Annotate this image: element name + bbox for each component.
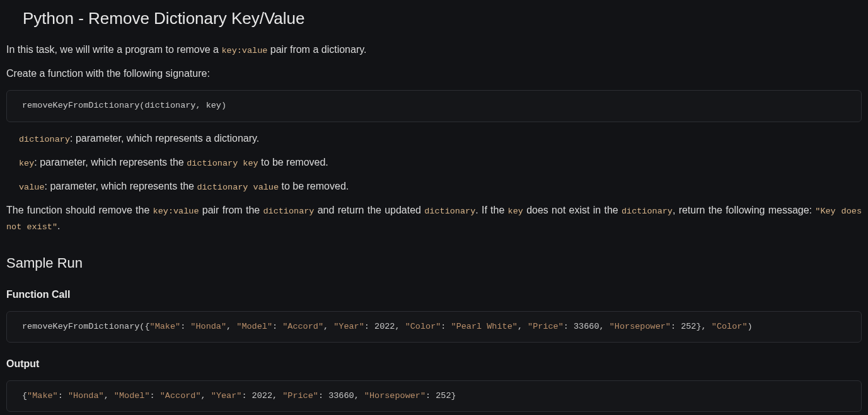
param-value-before: : parameter, which represents the — [45, 181, 197, 191]
behavior-t7: . — [57, 220, 60, 231]
function-call-heading: Function Call — [6, 287, 862, 302]
sep: , — [518, 322, 528, 331]
call-v2: "Accord" — [282, 322, 323, 331]
colon: : — [425, 391, 436, 401]
behavior-t3: and return the updated — [314, 205, 424, 215]
behavior-c1: key:value — [153, 207, 199, 216]
behavior-t1: The function should remove the — [6, 205, 153, 215]
behavior-c3: dictionary — [424, 207, 475, 216]
sep: , — [395, 322, 405, 331]
intro-paragraph: In this task, we will write a program to… — [6, 42, 862, 57]
sep: , — [599, 322, 610, 331]
param-name-dictionary: dictionary — [19, 135, 70, 144]
param-key-before: : parameter, which represents the — [34, 157, 187, 168]
colon: : — [441, 322, 451, 331]
out-k3: "Year" — [211, 391, 242, 401]
intro-code: key:value — [221, 46, 267, 55]
page-title: Python - Remove Dictionary Key/Value — [23, 6, 862, 31]
out-k1: "Make" — [27, 391, 58, 401]
out-open: { — [22, 391, 27, 401]
behavior-c5: dictionary — [622, 207, 673, 216]
call-k2: "Model" — [236, 322, 272, 331]
sample-run-heading: Sample Run — [6, 253, 862, 273]
out-v4: 33660 — [328, 391, 354, 401]
call-k4: "Color" — [405, 322, 441, 331]
colon: : — [241, 391, 252, 401]
colon: : — [150, 391, 160, 401]
call-v1: "Honda" — [190, 322, 226, 331]
param-value-code: dictionary value — [197, 183, 279, 192]
param-text-dictionary: : parameter, which represents a dictiona… — [70, 133, 259, 144]
function-call-codeblock: removeKeyFromDictionary({"Make": "Honda"… — [6, 311, 862, 343]
colon: : — [318, 391, 328, 401]
call-v5: 33660 — [574, 322, 599, 331]
out-k5: "Horsepower" — [364, 391, 425, 401]
param-key-after: to be removed. — [258, 157, 328, 168]
colon: : — [564, 322, 574, 331]
call-k3: "Year" — [333, 322, 364, 331]
colon: : — [671, 322, 681, 331]
output-codeblock: {"Make": "Honda", "Model": "Accord", "Ye… — [6, 380, 862, 412]
behavior-c2: dictionary — [263, 207, 314, 216]
call-k1: "Make" — [150, 322, 181, 331]
call-v3: 2022 — [374, 322, 395, 331]
output-heading: Output — [6, 356, 862, 372]
behavior-t4: . If the — [475, 205, 507, 215]
behavior-paragraph: The function should remove the key:value… — [6, 203, 862, 234]
param-dictionary: dictionary: parameter, which represents … — [19, 131, 862, 146]
signature-codeblock: removeKeyFromDictionary(dictionary, key) — [6, 90, 862, 122]
call-k6: "Horsepower" — [610, 322, 671, 331]
out-v2: "Accord" — [160, 391, 201, 401]
call-close: }, — [696, 322, 711, 331]
out-k2: "Model" — [114, 391, 150, 401]
intro-text-before: In this task, we will write a program to… — [6, 44, 221, 55]
out-v1: "Honda" — [68, 391, 104, 401]
param-name-key: key — [19, 159, 34, 168]
call-arg2: "Color" — [712, 322, 748, 331]
param-name-value: value — [19, 183, 45, 192]
call-v4: "Pearl White" — [451, 322, 518, 331]
param-value-after: to be removed. — [279, 181, 349, 191]
out-close: } — [451, 391, 456, 401]
sep: , — [201, 391, 211, 401]
colon: : — [58, 391, 68, 401]
colon: : — [180, 322, 190, 331]
param-key-code: dictionary key — [187, 159, 258, 168]
colon: : — [364, 322, 374, 331]
out-v5: 252 — [436, 391, 451, 401]
param-value: value: parameter, which represents the d… — [19, 179, 862, 194]
document-root: Python - Remove Dictionary Key/Value In … — [0, 0, 868, 415]
call-end: ) — [748, 322, 753, 331]
sep: , — [272, 391, 282, 401]
behavior-t2: pair from the — [199, 205, 263, 215]
sep: , — [323, 322, 333, 331]
call-v6: 252 — [681, 322, 696, 331]
behavior-t6: , return the following message: — [673, 205, 815, 215]
param-key: key: parameter, which represents the dic… — [19, 155, 862, 170]
behavior-t5: does not exist in the — [523, 205, 622, 215]
behavior-c4: key — [508, 207, 523, 216]
colon: : — [272, 322, 282, 331]
call-open: ({ — [139, 322, 149, 331]
sep: , — [354, 391, 364, 401]
call-fn: removeKeyFromDictionary — [22, 322, 139, 331]
signature-lead: Create a function with the following sig… — [6, 66, 862, 81]
out-v3: 2022 — [252, 391, 272, 401]
sep: , — [104, 391, 114, 401]
out-k4: "Price" — [282, 391, 318, 401]
call-k5: "Price" — [528, 322, 564, 331]
intro-text-after: pair from a dictionary. — [267, 44, 366, 55]
sep: , — [226, 322, 236, 331]
